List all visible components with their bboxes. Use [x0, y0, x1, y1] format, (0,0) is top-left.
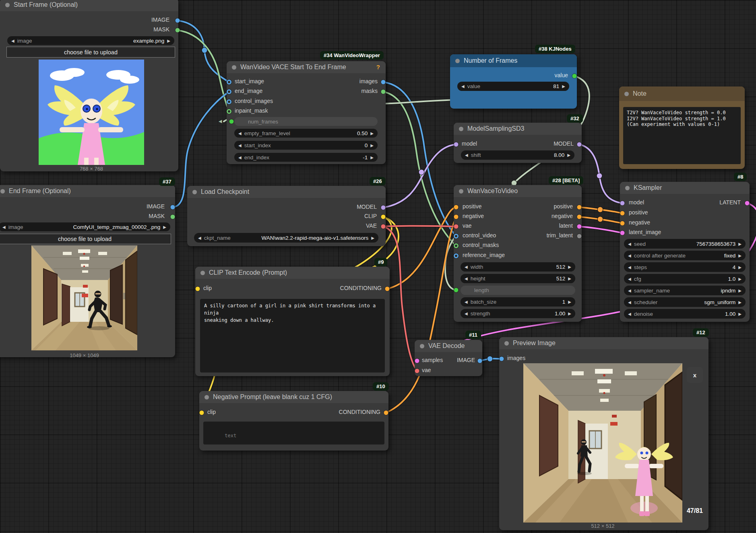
- output-port-trim-latent[interactable]: [577, 234, 582, 239]
- collapse-dot-icon[interactable]: [200, 271, 205, 275]
- collapse-dot-icon[interactable]: [459, 127, 463, 131]
- strength-widget[interactable]: ◀ strength 1.00 ▶: [461, 309, 575, 318]
- image-combo-widget[interactable]: ◀ image example.png ▶: [7, 36, 174, 45]
- prev-arrow-icon[interactable]: ◀: [2, 225, 6, 229]
- output-port-mask[interactable]: [171, 215, 175, 219]
- reroute-dot[interactable]: [597, 173, 602, 179]
- next-arrow-icon[interactable]: ▶: [738, 253, 742, 258]
- input-port-end-image[interactable]: [227, 89, 231, 94]
- node-header[interactable]: VAE Decode: [415, 340, 482, 352]
- prev-arrow-icon[interactable]: ◀: [238, 155, 242, 160]
- output-port-negative[interactable]: [577, 215, 582, 219]
- node-header[interactable]: KSampler: [620, 182, 750, 194]
- node-end-frame[interactable]: End Frame (Optional) IMAGE MASK ◀ image …: [0, 185, 175, 357]
- collapse-dot-icon[interactable]: [232, 65, 236, 70]
- prev-arrow-icon[interactable]: ◀: [465, 311, 468, 316]
- prev-arrow-icon[interactable]: ◀: [465, 276, 468, 281]
- height-widget[interactable]: ◀ height 512 ▶: [461, 274, 575, 283]
- prev-arrow-icon[interactable]: ◀: [628, 288, 631, 293]
- node-preview-image[interactable]: Preview Image images: [499, 337, 708, 530]
- node-wanvideo-vace[interactable]: WanVideo VACE Start To End Frame ? start…: [227, 61, 386, 164]
- output-port-latent[interactable]: [577, 224, 582, 229]
- next-arrow-icon[interactable]: ▶: [370, 131, 374, 136]
- node-negative-prompt[interactable]: Negative Prompt (leave blank cuz 1 CFG) …: [199, 391, 388, 451]
- wire-vace-images-to-control-video[interactable]: [383, 82, 456, 236]
- output-port-image[interactable]: [478, 359, 482, 363]
- prev-arrow-icon[interactable]: ◀: [628, 277, 631, 281]
- next-arrow-icon[interactable]: ▶: [163, 225, 166, 229]
- start-index-widget[interactable]: ◀ start_index 0 ▶: [234, 141, 378, 150]
- image-combo-widget[interactable]: ◀ image ComfyUI_temp_zmuag_00002_.png ▶: [0, 222, 170, 231]
- output-port-image[interactable]: [171, 205, 175, 210]
- input-port-positive[interactable]: [620, 211, 625, 216]
- collapse-dot-icon[interactable]: [192, 190, 197, 194]
- input-port-images[interactable]: [500, 357, 504, 361]
- node-note[interactable]: Note T2V? WanVaceToVideo strength = 0.0 …: [619, 86, 745, 169]
- input-port-model[interactable]: [620, 201, 625, 206]
- batch-size-widget[interactable]: ◀ batch_size 1 ▶: [461, 297, 575, 307]
- width-widget[interactable]: ◀ width 512 ▶: [461, 262, 575, 272]
- node-vae-decode[interactable]: VAE Decode samples IMAGE vae: [415, 340, 482, 376]
- shift-widget[interactable]: ◀ shift 8.00 ▶: [461, 150, 574, 160]
- input-port-control-masks[interactable]: [454, 243, 459, 248]
- node-header[interactable]: CLIP Text Encode (Prompt): [195, 267, 390, 279]
- cfg-widget[interactable]: ◀ cfg 1.0 ▶: [624, 274, 746, 284]
- collapse-dot-icon[interactable]: [504, 341, 509, 346]
- node-model-sampling-sd3[interactable]: ModelSamplingSD3 model MODEL ◀ shift 8.0…: [454, 123, 582, 163]
- prev-arrow-icon[interactable]: ◀: [628, 253, 631, 258]
- seed-widget[interactable]: ◀ seed 7567358653673 ▶: [624, 239, 746, 249]
- prev-arrow-icon[interactable]: ◀: [461, 84, 465, 88]
- node-ksampler[interactable]: KSampler model positive negative latent_…: [620, 182, 750, 322]
- prev-arrow-icon[interactable]: ◀: [198, 236, 201, 240]
- input-port-latent-image[interactable]: [620, 231, 625, 235]
- input-port-vae[interactable]: [415, 369, 419, 373]
- collapse-dot-icon[interactable]: [204, 395, 209, 399]
- output-port-model[interactable]: [577, 142, 582, 147]
- output-port-conditioning[interactable]: [385, 287, 390, 291]
- collapse-dot-icon[interactable]: [0, 189, 5, 193]
- next-arrow-icon[interactable]: ▶: [738, 277, 742, 281]
- next-arrow-icon[interactable]: ▶: [738, 300, 742, 305]
- reroute-dot[interactable]: [597, 207, 603, 212]
- collapse-dot-icon[interactable]: [420, 344, 424, 348]
- output-port-model[interactable]: [381, 206, 386, 210]
- next-arrow-icon[interactable]: ▶: [738, 242, 742, 246]
- sampler-name-widget[interactable]: ◀ sampler_name ipndm ▶: [624, 286, 746, 295]
- collapse-dot-icon[interactable]: [5, 3, 10, 7]
- output-port-value[interactable]: [572, 74, 577, 78]
- input-port-length[interactable]: [454, 288, 459, 292]
- input-port-clip[interactable]: [196, 287, 200, 291]
- input-port-start-image[interactable]: [227, 80, 231, 84]
- output-port-image[interactable]: [176, 19, 180, 23]
- node-start-frame[interactable]: Start Frame (Optional) IMAGE MASK ◀ imag…: [0, 0, 178, 171]
- value-widget[interactable]: ◀ value 81 ▶: [457, 82, 569, 91]
- prompt-textarea[interactable]: A silly cartoon of a girl in a pink shir…: [200, 299, 385, 372]
- prev-arrow-icon[interactable]: ◀: [628, 312, 631, 316]
- next-arrow-icon[interactable]: ▶: [562, 84, 565, 88]
- control-after-generate-widget[interactable]: ◀ control after generate fixed ▶: [624, 251, 746, 260]
- preview-result-image[interactable]: [523, 363, 682, 523]
- collapse-dot-icon[interactable]: [459, 189, 463, 193]
- node-header[interactable]: Note: [619, 86, 745, 101]
- reroute-dot[interactable]: [597, 216, 603, 222]
- output-port-positive[interactable]: [577, 205, 582, 210]
- node-header[interactable]: WanVideo VACE Start To End Frame: [227, 61, 386, 73]
- prev-arrow-icon[interactable]: ◀: [465, 265, 468, 269]
- node-header[interactable]: WanVaceToVideo: [454, 185, 582, 197]
- input-port-model[interactable]: [454, 142, 459, 147]
- output-port-masks[interactable]: [381, 90, 386, 94]
- next-arrow-icon[interactable]: ▶: [167, 39, 170, 43]
- denoise-widget[interactable]: ◀ denoise 1.00 ▶: [624, 309, 746, 319]
- prev-arrow-icon[interactable]: ◀: [465, 153, 468, 157]
- output-port-clip[interactable]: [381, 215, 386, 219]
- input-port-inpaint-mask[interactable]: [227, 109, 231, 114]
- note-text[interactable]: T2V? WanVaceToVideo strength = 0.0 I2V? …: [623, 107, 741, 164]
- output-port-vae[interactable]: [381, 224, 386, 229]
- input-port-control-video[interactable]: [454, 234, 459, 239]
- output-port-images[interactable]: [381, 80, 386, 84]
- prev-arrow-icon[interactable]: ◀: [628, 300, 631, 305]
- wire-wv-latent-to-ksampler[interactable]: [579, 226, 622, 233]
- next-arrow-icon[interactable]: ▶: [568, 265, 571, 269]
- end-index-widget[interactable]: ◀ end_index -1 ▶: [234, 153, 378, 162]
- num-frames-converted-widget[interactable]: num_frames: [234, 117, 378, 126]
